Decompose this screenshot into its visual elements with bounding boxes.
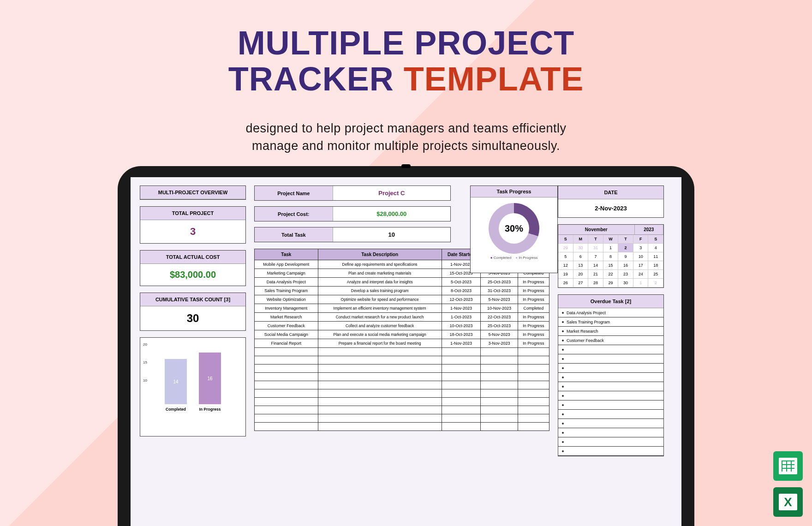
table-row[interactable] [255,406,549,414]
calendar-day[interactable]: 1 [633,279,649,287]
calendar-day[interactable]: 28 [588,279,603,287]
calendar-day[interactable]: 30 [618,279,633,287]
table-row[interactable] [255,423,549,431]
cumulative-task-value: 30 [140,306,245,330]
subtitle: designed to help project managers and te… [0,120,812,155]
calendar-day[interactable]: 23 [618,270,633,279]
table-row[interactable] [255,389,549,398]
tablet-frame: MULTI-PROJECT OVERVIEW TOTAL PROJECT 3 T… [118,166,694,526]
left-column: MULTI-PROJECT OVERVIEW TOTAL PROJECT 3 T… [140,185,246,518]
calendar-day[interactable]: 10 [633,252,649,261]
calendar-day[interactable]: 8 [603,252,619,261]
task-progress-title: Task Progress [471,186,557,197]
calendar-day[interactable]: 15 [603,261,619,270]
table-row[interactable]: Market ResearchConduct market research f… [255,313,549,322]
calendar-day[interactable]: 4 [648,244,663,252]
calendar-day[interactable]: 9 [618,252,633,261]
table-row[interactable] [255,348,549,356]
table-row[interactable] [255,381,549,389]
calendar-month: November [558,225,635,234]
calendar-day[interactable]: 21 [588,270,603,279]
cumulative-task-card: CUMULATIVE TASK COUNT [3] 30 [140,293,246,331]
calendar-day[interactable]: 22 [603,270,619,279]
total-project-label: TOTAL PROJECT [140,207,245,220]
overdue-item [558,410,663,419]
total-cost-label: TOTAL ACTUAL COST [140,251,245,264]
table-row[interactable]: Customer FeedbackCollect and analyze cus… [255,322,549,330]
calendar-day[interactable]: 24 [633,270,649,279]
chart-bars: 14Completed16In Progress [144,347,242,412]
calendar-day[interactable]: 2 [648,279,663,287]
table-row[interactable] [255,356,549,365]
calendar-day[interactable]: 12 [558,261,573,270]
calendar-dow: M [573,235,589,244]
calendar-day[interactable]: 29 [603,279,619,287]
total-project-card: TOTAL PROJECT 3 [140,206,246,244]
table-row[interactable] [255,365,549,373]
date-value: 2-Nov-2023 [558,199,663,217]
excel-icon[interactable] [773,487,803,517]
overdue-item [558,400,663,410]
calendar-day[interactable]: 13 [573,261,589,270]
chart-y-axis: 20 15 10 [143,342,147,383]
date-label: DATE [558,186,663,199]
calendar-day[interactable]: 1 [603,244,619,252]
calendar-day[interactable]: 18 [648,261,663,270]
spreadsheet-screen: MULTI-PROJECT OVERVIEW TOTAL PROJECT 3 T… [131,177,681,526]
overdue-item [558,373,663,382]
calendar-dow: T [588,235,603,244]
table-row[interactable] [255,414,549,423]
calendar-day[interactable]: 7 [588,252,603,261]
project-cost-label: Project Cost: [255,207,333,221]
ytick: 20 [143,342,147,347]
overdue-item: Data Analysis Project [558,308,663,317]
google-sheets-icon[interactable] [773,451,803,481]
cumulative-task-label: CUMULATIVE TASK COUNT [3] [140,293,245,306]
calendar-day[interactable]: 25 [648,270,663,279]
table-row[interactable]: Sales Training ProgramDevelop a sales tr… [255,287,549,295]
table-row[interactable]: Data Analysis ProjectAnalyze and interpr… [255,278,549,287]
total-project-value: 3 [140,220,245,243]
overdue-item: Market Research [558,327,663,336]
calendar-day[interactable]: 11 [648,252,663,261]
title-word-template: TEMPLATE [404,60,584,97]
donut-chart: 30% [489,203,539,254]
chart-bar: 14Completed [165,359,187,412]
task-progress-card: Task Progress 30% ● Completed ● In Progr… [470,185,558,273]
calendar-day[interactable]: 3 [633,244,649,252]
calendar[interactable]: November 2023 SMTWTFS 293031123456789101… [558,224,664,288]
legend-completed: Completed [494,256,512,260]
calendar-day[interactable]: 2 [618,244,633,252]
table-row[interactable] [255,398,549,406]
overdue-item [558,391,663,400]
table-row[interactable]: Financial ReportPrepare a financial repo… [255,339,549,348]
calendar-day[interactable]: 6 [573,252,589,261]
overdue-item [558,345,663,354]
calendar-day[interactable]: 20 [573,270,589,279]
calendar-day[interactable]: 26 [558,279,573,287]
overdue-item: Sales Training Program [558,317,663,327]
table-row[interactable]: Website OptimizationOptimize website for… [255,295,549,304]
overdue-header: Overdue Task [2] [558,295,663,308]
calendar-day[interactable]: 27 [573,279,589,287]
calendar-day[interactable]: 17 [633,261,649,270]
task-table[interactable]: TaskTask DescriptionDate StartedDate to … [254,249,549,431]
title-line-2: TRACKER TEMPLATE [0,61,812,97]
calendar-day[interactable]: 30 [573,244,589,252]
donut-legend: ● Completed ● In Progress [471,256,557,260]
calendar-day[interactable]: 14 [588,261,603,270]
table-row[interactable]: Inventory ManagementImplement an efficie… [255,304,549,313]
project-name-value[interactable]: Project C [333,186,450,200]
calendar-day[interactable]: 29 [558,244,573,252]
project-name-label: Project Name [255,186,333,200]
calendar-dow: F [633,235,649,244]
calendar-dow: W [603,235,619,244]
calendar-day[interactable]: 5 [558,252,573,261]
calendar-day[interactable]: 16 [618,261,633,270]
calendar-day[interactable]: 31 [588,244,603,252]
table-row[interactable] [255,373,549,381]
calendar-day[interactable]: 19 [558,270,573,279]
overdue-item [558,428,663,437]
table-row[interactable]: Social Media CampaignPlan and execute a … [255,330,549,339]
task-bar-chart: 20 15 10 14Completed16In Progress [140,337,246,436]
